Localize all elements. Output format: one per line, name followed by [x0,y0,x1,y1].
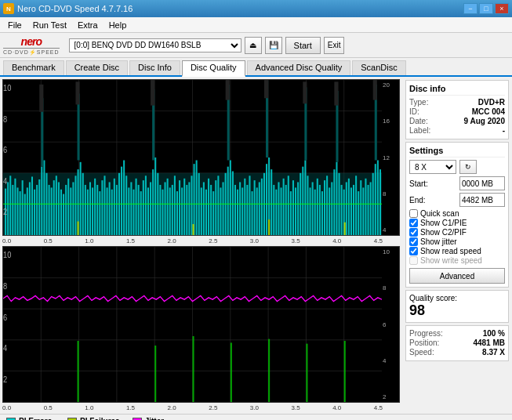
svg-rect-130 [285,185,287,235]
svg-rect-187 [78,222,79,235]
tab-advanced-disc-quality[interactable]: Advanced Disc Quality [247,60,351,75]
advanced-button[interactable]: Advanced [409,268,505,284]
eject-button[interactable]: ⏏ [245,37,262,54]
svg-rect-85 [176,191,178,235]
svg-rect-132 [290,191,292,235]
svg-rect-151 [336,162,337,235]
toolbar: nero CD·DVD⚡SPEED [0:0] BENQ DVD DD DW16… [0,33,512,58]
save-button[interactable]: 💾 [265,37,282,54]
start-input[interactable] [459,176,505,190]
svg-rect-161 [360,180,361,235]
chart2-x-axis: 0.0 0.5 1.0 1.5 2.0 2.5 3.0 3.5 4.0 4.5 [2,404,400,411]
svg-rect-213 [268,339,270,402]
minimize-button[interactable]: − [463,3,478,14]
svg-rect-16 [9,176,11,235]
legend-pi-errors: PI Errors Average: 0.97 Maximum: 10 Tota… [6,417,55,420]
svg-rect-133 [292,180,294,235]
svg-rect-131 [288,176,289,235]
refresh-button[interactable]: ↻ [459,160,477,174]
show-write-speed-checkbox[interactable] [409,256,418,265]
svg-text:2: 2 [3,375,8,384]
position-value: 4481 MB [473,339,505,347]
svg-rect-15 [7,182,9,235]
svg-rect-58 [111,190,113,235]
svg-rect-69 [138,185,140,235]
show-jitter-checkbox[interactable] [409,237,418,246]
svg-rect-116 [252,191,253,235]
close-button[interactable]: × [495,3,509,14]
settings-title: Settings [409,146,505,158]
end-input[interactable] [459,193,505,207]
svg-rect-150 [333,169,335,235]
svg-rect-134 [295,187,296,235]
svg-rect-21 [22,180,24,235]
tab-create-disc[interactable]: Create Disc [66,60,128,75]
tab-disc-info[interactable]: Disc Info [129,60,180,75]
y-label-4: 4 [383,226,398,234]
svg-rect-81 [167,179,169,235]
show-c1-pie-checkbox[interactable] [409,219,418,227]
speed-selector[interactable]: 8 X [409,160,456,174]
menu-extra[interactable]: Extra [73,20,103,31]
svg-text:4: 4 [3,344,8,353]
quality-score-label: Quality score: [409,294,505,302]
app-logo: nero CD·DVD⚡SPEED [3,35,60,56]
svg-rect-184 [334,81,338,105]
svg-rect-112 [241,187,243,235]
tab-benchmark[interactable]: Benchmark [3,60,64,75]
svg-rect-167 [375,164,376,235]
maximize-button[interactable]: □ [479,3,493,14]
svg-rect-210 [154,346,156,402]
menu-run-test[interactable]: Run Test [28,20,71,31]
svg-rect-35 [56,176,57,235]
svg-rect-111 [239,182,241,235]
svg-rect-149 [331,182,332,235]
svg-rect-163 [365,179,366,235]
tab-disc-quality[interactable]: Disc Quality [182,60,245,77]
svg-rect-42 [72,182,74,235]
disc-info-section: Disc info Type: DVD+R ID: MCC 004 Date: … [405,80,509,139]
svg-rect-141 [312,182,314,235]
svg-text:10: 10 [3,251,12,260]
svg-rect-108 [232,171,234,235]
label-label: Label: [409,126,430,135]
svg-text:6: 6 [3,146,8,155]
svg-rect-126 [275,190,277,235]
svg-text:8: 8 [3,281,8,291]
svg-rect-107 [230,160,231,235]
main-content: 10 8 6 4 2 20 16 12 8 4 0.0 0.5 1.0 1.5 … [0,77,512,414]
svg-rect-91 [191,176,192,235]
svg-rect-22 [24,194,26,235]
svg-rect-180 [151,80,154,106]
svg-rect-66 [130,182,132,235]
menu-help[interactable]: Help [104,20,132,31]
svg-rect-148 [329,187,330,235]
show-c2-pif-checkbox[interactable] [409,228,418,237]
svg-rect-75 [152,169,154,235]
svg-rect-79 [162,190,163,235]
svg-rect-158 [353,185,354,235]
id-value: MCC 004 [472,107,505,116]
show-jitter-label: Show jitter [420,237,457,246]
tab-scan-disc[interactable]: ScanDisc [352,60,405,75]
svg-rect-28 [38,179,40,235]
menu-file[interactable]: File [3,20,27,31]
svg-rect-115 [249,176,250,235]
svg-rect-41 [70,187,71,235]
exit-button[interactable]: Exit [324,37,345,54]
title-bar: N Nero CD-DVD Speed 4.7.7.16 − □ × [0,0,512,17]
drive-selector[interactable]: [0:0] BENQ DVD DD DW1640 BSLB [69,38,241,52]
svg-rect-80 [165,182,166,235]
show-read-speed-checkbox[interactable] [409,247,418,255]
date-value: 9 Aug 2020 [464,117,505,125]
svg-rect-56 [107,187,108,235]
svg-rect-27 [36,185,38,235]
pi-errors-icon [6,418,16,421]
start-button[interactable]: Start [285,37,321,54]
quick-scan-checkbox[interactable] [409,209,418,218]
svg-text:4: 4 [3,176,8,186]
svg-rect-98 [208,179,209,235]
svg-rect-20 [20,191,21,235]
svg-rect-60 [116,185,118,235]
pi-failures-icon [67,418,77,421]
